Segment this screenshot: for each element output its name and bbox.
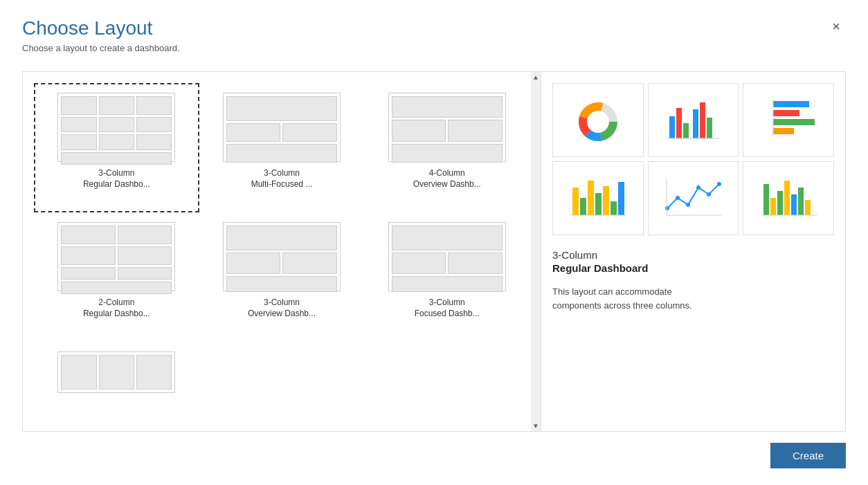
chart-thumb-bar <box>648 83 739 157</box>
svg-rect-7 <box>683 123 689 138</box>
preview-panel: 3-Column Regular Dashboard This layout c… <box>541 71 846 432</box>
svg-rect-23 <box>618 182 624 215</box>
svg-rect-38 <box>798 187 804 215</box>
chart-thumb-donut <box>552 83 644 157</box>
chart-thumb-line <box>648 161 739 235</box>
svg-rect-15 <box>773 128 794 134</box>
svg-rect-8 <box>693 109 698 138</box>
svg-rect-36 <box>784 181 790 215</box>
layout-item-3col-overview[interactable]: 3-ColumnOverview Dashb... <box>199 212 365 342</box>
layout-grid: 3-ColumnRegular Dashbo... 3-ColumnMulti-… <box>23 72 541 431</box>
svg-rect-6 <box>676 108 682 138</box>
preview-charts <box>552 83 834 235</box>
svg-rect-19 <box>588 181 594 215</box>
svg-rect-21 <box>603 186 609 215</box>
chart-thumb-column <box>552 161 644 235</box>
chart-thumb-hbar <box>743 83 834 157</box>
svg-rect-9 <box>700 102 705 138</box>
layout-label-4col-overview: 4-ColumnOverview Dashb... <box>413 167 481 191</box>
svg-rect-13 <box>773 110 799 116</box>
preview-info: 3-Column Regular Dashboard This layout c… <box>552 249 834 314</box>
svg-point-29 <box>707 192 711 196</box>
layout-label-3col-focused: 3-ColumnFocused Dashb... <box>415 297 480 320</box>
dialog-title: Choose Layout <box>22 17 180 40</box>
svg-rect-10 <box>707 118 712 138</box>
svg-rect-37 <box>791 194 797 215</box>
choose-layout-dialog: Choose Layout Choose a layout to create … <box>0 0 868 485</box>
svg-rect-17 <box>572 187 579 215</box>
layout-item-partial[interactable] <box>34 342 199 420</box>
svg-point-25 <box>665 206 669 210</box>
svg-rect-14 <box>773 119 815 125</box>
svg-point-26 <box>676 196 680 200</box>
dialog-footer: Create <box>22 432 846 468</box>
layout-label-3col-overview: 3-ColumnOverview Dashb... <box>248 297 316 320</box>
dialog-header: Choose Layout Choose a layout to create … <box>22 17 846 53</box>
preview-description: This layout can accommodatecomponents ac… <box>552 285 834 314</box>
scroll-up-arrow[interactable]: ▲ <box>532 73 539 81</box>
layout-label-2col-regular: 2-ColumnRegular Dashbo... <box>83 297 150 320</box>
layout-label-3col-multifocused: 3-ColumnMulti-Focused ... <box>251 167 313 191</box>
layout-item-3col-regular[interactable]: 3-ColumnRegular Dashbo... <box>34 83 199 212</box>
create-button[interactable]: Create <box>770 443 846 468</box>
layout-item-3col-multifocused[interactable]: 3-ColumnMulti-Focused ... <box>199 83 365 212</box>
svg-rect-20 <box>595 193 602 215</box>
svg-rect-12 <box>773 101 809 107</box>
dialog-body: 3-ColumnRegular Dashbo... 3-ColumnMulti-… <box>22 71 846 432</box>
header-text: Choose Layout Choose a layout to create … <box>22 17 180 53</box>
layout-item-4col-overview[interactable]: 4-ColumnOverview Dashb... <box>364 83 530 212</box>
preview-name-top: 3-Column <box>552 249 834 261</box>
svg-rect-34 <box>770 198 776 215</box>
layout-label-3col-regular: 3-ColumnRegular Dashbo... <box>83 167 150 191</box>
svg-point-27 <box>686 203 690 207</box>
svg-point-30 <box>717 182 721 186</box>
layout-list-panel: 3-ColumnRegular Dashbo... 3-ColumnMulti-… <box>22 71 541 432</box>
svg-rect-39 <box>805 200 811 215</box>
dialog-subtitle: Choose a layout to create a dashboard. <box>22 43 180 53</box>
svg-rect-5 <box>669 116 675 138</box>
svg-rect-33 <box>763 184 769 215</box>
svg-rect-18 <box>580 198 586 215</box>
svg-rect-22 <box>611 201 617 215</box>
preview-name-bold: Regular Dashboard <box>552 262 834 274</box>
svg-point-28 <box>696 185 700 190</box>
layout-item-3col-focused[interactable]: 3-ColumnFocused Dashb... <box>364 212 530 342</box>
chart-thumb-mixed <box>743 161 834 235</box>
layout-item-2col-regular[interactable]: 2-ColumnRegular Dashbo... <box>34 212 199 342</box>
close-button[interactable]: × <box>826 17 846 36</box>
scroll-down-arrow[interactable]: ▼ <box>532 422 539 430</box>
svg-rect-35 <box>777 191 783 215</box>
